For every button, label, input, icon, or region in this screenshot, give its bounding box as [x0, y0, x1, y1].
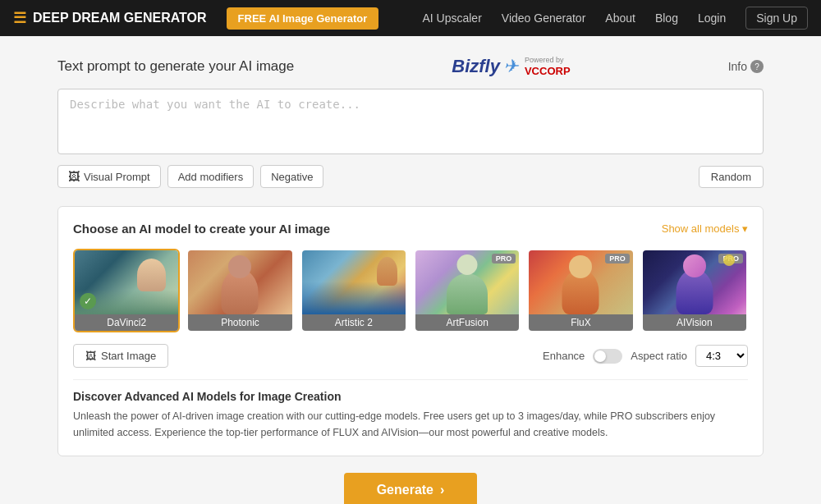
visual-prompt-label: Visual Prompt	[84, 171, 150, 183]
model-label-artfusion: ArtFusion	[415, 314, 519, 331]
model-label-artistic2: Artistic 2	[302, 314, 406, 331]
model-thumb-flux: PRO	[529, 250, 632, 314]
generate-row: Generate ›	[57, 473, 764, 504]
bizfly-brand: Bizfly	[452, 56, 500, 77]
model-label-flux: FluX	[529, 314, 632, 331]
nav-links: AI Upscaler Video Generator About Blog L…	[422, 7, 808, 30]
add-modifiers-button[interactable]: Add modifiers	[167, 165, 254, 188]
model-label-aivision: AIVision	[643, 314, 746, 331]
info-icon: ?	[750, 60, 764, 73]
top-row: Text prompt to generate your AI image Bi…	[57, 56, 764, 77]
powered-by-text: Powered by	[525, 56, 571, 65]
vccorp-text: VCCORP	[525, 65, 571, 77]
show-all-models-link[interactable]: Show all models ▾	[662, 222, 748, 235]
nav-ai-upscaler[interactable]: AI Upscaler	[422, 11, 481, 25]
enhance-row: Enhance Aspect ratio 4:3 1:1 16:9 3:4 9:…	[543, 345, 748, 367]
model-item-flux[interactable]: PRO FluX	[527, 249, 634, 332]
enhance-label: Enhance	[543, 350, 585, 362]
start-image-label: Start Image	[101, 350, 156, 362]
model-grid: ✓ DaVinci2 Photonic Artistic 2	[73, 249, 748, 332]
model-label-davinci2: DaVinci2	[75, 314, 178, 331]
visual-prompt-button[interactable]: 🖼 Visual Prompt	[57, 165, 161, 188]
bizfly-icon: ✈	[503, 56, 518, 77]
info-section-description: Unleash the power of AI-driven image cre…	[73, 408, 748, 441]
nav-blog[interactable]: Blog	[655, 11, 678, 25]
model-thumb-aivision: PRO	[643, 250, 746, 314]
nav-login[interactable]: Login	[698, 11, 726, 25]
pro-badge-flux: PRO	[605, 254, 630, 263]
model-item-photonic[interactable]: Photonic	[186, 249, 293, 332]
model-card-title: Choose an AI model to create your AI ima…	[73, 222, 330, 236]
model-item-davinci2[interactable]: ✓ DaVinci2	[73, 249, 180, 332]
nav-about[interactable]: About	[605, 11, 635, 25]
model-item-aivision[interactable]: PRO AIVision	[641, 249, 748, 332]
prompt-toolbar: 🖼 Visual Prompt Add modifiers Negative R…	[57, 165, 764, 188]
vccorp-block: Powered by VCCORP	[525, 56, 571, 77]
prompt-area	[57, 89, 764, 157]
model-thumb-artfusion: PRO	[415, 250, 519, 314]
nav-signup-button[interactable]: Sign Up	[745, 7, 808, 30]
start-image-button[interactable]: 🖼 Start Image	[73, 344, 168, 368]
visual-prompt-icon: 🖼	[68, 170, 80, 183]
enhance-toggle[interactable]	[593, 349, 622, 364]
sponsor-logo: Bizfly ✈ Powered by VCCORP	[452, 56, 570, 77]
model-thumb-artistic2	[302, 250, 406, 314]
negative-button[interactable]: Negative	[260, 165, 323, 188]
info-section: Discover Advanced AI Models for Image Cr…	[73, 379, 748, 441]
main-content: Text prompt to generate your AI image Bi…	[0, 36, 821, 504]
model-card-header: Choose an AI model to create your AI ima…	[73, 222, 748, 236]
negative-label: Negative	[271, 171, 313, 183]
model-label-photonic: Photonic	[188, 314, 291, 331]
menu-icon[interactable]: ☰	[13, 9, 26, 27]
add-modifiers-label: Add modifiers	[178, 171, 243, 183]
random-button[interactable]: Random	[699, 166, 764, 188]
generate-arrow-icon: ›	[440, 483, 444, 497]
aspect-ratio-select[interactable]: 4:3 1:1 16:9 3:4 9:16	[695, 345, 748, 367]
navbar: ☰ DEEP DREAM GENERATOR FREE AI Image Gen…	[0, 0, 821, 36]
toolbar-left: 🖼 Visual Prompt Add modifiers Negative	[57, 165, 323, 188]
generate-label: Generate	[377, 483, 433, 497]
info-button[interactable]: Info ?	[728, 60, 764, 73]
page-title: Text prompt to generate your AI image	[57, 58, 294, 75]
model-thumb-photonic	[188, 250, 291, 314]
brand-title: DEEP DREAM GENERATOR	[33, 11, 207, 25]
enhance-knob	[594, 351, 606, 362]
generate-button[interactable]: Generate ›	[344, 473, 478, 504]
aspect-ratio-label: Aspect ratio	[631, 350, 687, 362]
free-ai-button[interactable]: FREE AI Image Generator	[227, 7, 379, 30]
model-item-artistic2[interactable]: Artistic 2	[300, 249, 407, 332]
model-thumb-davinci2: ✓	[75, 250, 178, 314]
nav-video-generator[interactable]: Video Generator	[502, 11, 585, 25]
bottom-toolbar: 🖼 Start Image Enhance Aspect ratio 4:3 1…	[73, 344, 748, 368]
info-section-title: Discover Advanced AI Models for Image Cr…	[73, 390, 748, 403]
brand: ☰ DEEP DREAM GENERATOR	[13, 9, 207, 27]
start-image-icon: 🖼	[85, 350, 96, 362]
model-selection-card: Choose an AI model to create your AI ima…	[57, 206, 764, 456]
model-item-artfusion[interactable]: PRO ArtFusion	[414, 249, 521, 332]
pro-badge-artfusion: PRO	[492, 254, 516, 263]
prompt-textarea[interactable]	[57, 89, 764, 154]
info-label: Info	[728, 60, 747, 73]
